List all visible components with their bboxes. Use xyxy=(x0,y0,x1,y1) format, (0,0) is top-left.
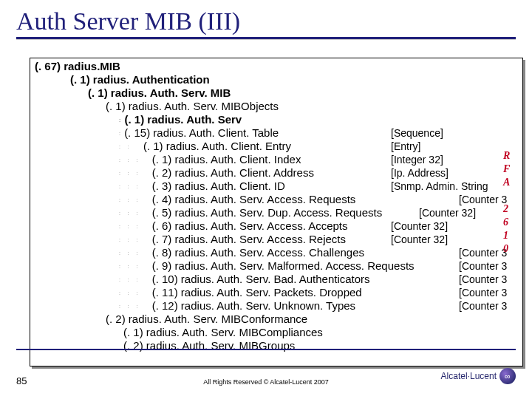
type-value: [Counter 3 xyxy=(391,246,507,259)
type-value: [Ip. Address] xyxy=(391,166,507,180)
mib-tree: (. 67) radius.MIB (. 1) radius. Authenti… xyxy=(35,60,415,352)
type-column: [Sequence] [Entry] [Integer 32] [Ip. Add… xyxy=(391,126,507,313)
type-value: [Counter 3 xyxy=(391,259,507,273)
brand-logo: Alcatel·Lucent ∞ xyxy=(441,368,516,384)
red-value: R xyxy=(503,149,510,163)
slide-title: Auth Server MIB (III) xyxy=(0,0,532,37)
tree-row: : : : (. 5) radius. Auth. Serv. Dup. Acc… xyxy=(35,206,415,219)
tree-row: : : : (. 3) radius. Auth. Client. ID xyxy=(35,180,415,193)
tree-row: : : : (. 4) radius. Auth. Serv. Access. … xyxy=(35,193,415,206)
red-value xyxy=(503,189,510,202)
footer-divider xyxy=(16,349,516,350)
tree-row: : : : (. 6) radius. Auth. Serv. Access. … xyxy=(35,219,415,233)
type-value: [Entry] xyxy=(391,140,507,153)
tree-row: (. 67) radius.MIB xyxy=(35,60,415,73)
tree-row: (. 1) radius. Authentication xyxy=(35,73,415,86)
brand-logo-icon: ∞ xyxy=(499,368,516,384)
type-value: [Counter 3 xyxy=(391,273,507,286)
tree-row: (. 1) radius. Auth. Serv. MIBCompliances xyxy=(35,326,415,339)
tree-row: (. 2) radius. Auth. Serv. MIBGroups xyxy=(35,339,415,352)
tree-row: : : : (. 1) radius. Auth. Client. Index xyxy=(35,153,415,166)
red-value: A xyxy=(503,176,510,189)
type-value: [Counter 32] xyxy=(391,219,507,233)
tree-row: (. 1) radius. Auth. Serv. MIBObjects xyxy=(35,100,415,113)
red-value: 6 xyxy=(503,216,510,229)
tree-row: : : : (. 2) radius. Auth. Client. Addres… xyxy=(35,166,415,180)
tree-row: (. 1) radius. Auth. Serv. MIB xyxy=(35,86,415,100)
tree-row: : (. 1) radius. Auth. Serv xyxy=(35,113,415,126)
title-underline xyxy=(16,37,516,40)
tree-row: : : : (. 12) radius. Auth. Serv. Unknown… xyxy=(35,299,415,313)
tree-row: : : : (. 11) radius. Auth. Serv. Packets… xyxy=(35,286,415,299)
tree-row: : (. 15) radius. Auth. Client. Table xyxy=(35,126,415,140)
type-value: [Counter 3 xyxy=(391,286,507,299)
type-value: [Sequence] xyxy=(391,126,507,140)
type-value: [Counter 32] xyxy=(391,233,507,246)
tree-row: : : : (. 9) radius. Auth. Serv. Malforme… xyxy=(35,259,415,273)
type-value: [Counter 3 xyxy=(391,193,507,206)
type-value: [Snmp. Admin. String xyxy=(391,180,507,193)
brand-name: Alcatel·Lucent xyxy=(441,371,497,381)
tree-row: : : (. 1) radius. Auth. Client. Entry xyxy=(35,140,415,153)
red-value: 1 xyxy=(503,229,510,242)
tree-row: : : : (. 10) radius. Auth. Serv. Bad. Au… xyxy=(35,273,415,286)
tree-row: : : : (. 7) radius. Auth. Serv. Access. … xyxy=(35,233,415,246)
tree-row: (. 2) radius. Auth. Serv. MIBConformance xyxy=(35,313,415,326)
red-annotations: R F A 2 6 1 0 xyxy=(503,149,510,256)
type-value: [Integer 32] xyxy=(391,153,507,166)
red-value: 2 xyxy=(503,202,510,216)
type-value: [Counter 32] xyxy=(391,206,507,219)
red-value: F xyxy=(503,163,510,176)
tree-row: : : : (. 8) radius. Auth. Serv. Access. … xyxy=(35,246,415,259)
type-value: [Counter 3 xyxy=(391,299,507,313)
red-value: 0 xyxy=(503,242,510,256)
content-box: (. 67) radius.MIB (. 1) radius. Authenti… xyxy=(30,58,523,366)
